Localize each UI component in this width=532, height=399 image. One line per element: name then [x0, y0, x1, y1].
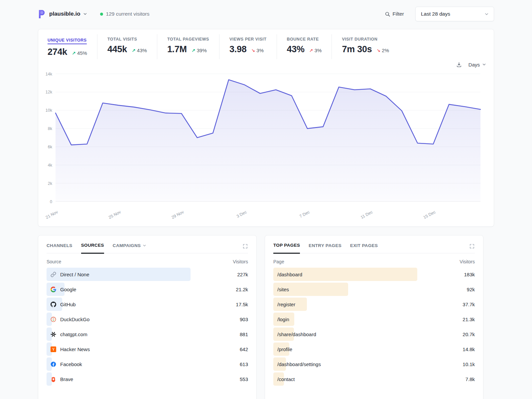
pages-visitors-header: Visitors [460, 259, 475, 264]
trend-up-icon: ↗ [72, 51, 76, 56]
sources-tab-channels[interactable]: CHANNELS [47, 243, 72, 253]
row-visitors: 37.7k [463, 302, 475, 307]
stat-value: 7m 30s [342, 44, 372, 55]
page-row-share-dashboard[interactable]: /share/dashboard20.7k [273, 328, 475, 341]
stat-change: ↘ 3% [251, 48, 264, 53]
stat-label: TOTAL PAGEVIEWS [167, 37, 209, 42]
svg-text:11 Dec: 11 Dec [360, 209, 373, 220]
site-name[interactable]: plausible.io [49, 11, 80, 17]
pages-tab-top-pages[interactable]: TOP PAGES [273, 243, 300, 254]
expand-icon[interactable] [469, 243, 475, 249]
stat-change: ↗ 45% [72, 50, 87, 56]
sources-card: CHANNELSSOURCESCAMPAIGNS Source Visitors… [38, 235, 257, 399]
pages-card: TOP PAGESENTRY PAGESEXIT PAGES Page Visi… [265, 235, 483, 399]
download-icon[interactable] [456, 62, 462, 67]
sources-col-header: Source [47, 259, 61, 264]
page-row-register[interactable]: /register37.7k [273, 298, 475, 311]
stat-change: ↗ 3% [309, 48, 322, 53]
source-row-facebook[interactable]: Facebook613 [47, 357, 248, 371]
sources-rows: Direct / None227kGoogle21.2kGitHub17.5kD… [47, 268, 248, 386]
row-label: Facebook [60, 361, 82, 367]
svg-text:12k: 12k [46, 90, 53, 94]
current-visitors-link[interactable]: 129 current visitors [100, 11, 150, 17]
row-label: GitHub [60, 302, 76, 307]
stat-unique-visitors[interactable]: UNIQUE VISITORS274k↗ 45% [48, 34, 97, 59]
row-visitors: 553 [240, 376, 248, 382]
page-row-sites[interactable]: /sites92k [273, 283, 475, 296]
stat-bounce-rate[interactable]: BOUNCE RATE43%↗ 3% [287, 34, 332, 59]
page-row-dashboard[interactable]: /dashboard183k [273, 268, 475, 281]
svg-text:15 Dec: 15 Dec [423, 209, 437, 220]
hackernews-icon [51, 346, 56, 352]
row-label: /dashboard/settings [277, 361, 321, 367]
sources-tab-campaigns[interactable]: CAMPAIGNS [113, 243, 147, 253]
visitors-chart[interactable]: 02k4k6k8k10k12k14k21 Nov25 Nov29 Nov3 De… [38, 69, 483, 225]
row-visitors: 881 [240, 332, 248, 337]
svg-text:14k: 14k [46, 72, 53, 76]
stat-total-pageviews[interactable]: TOTAL PAGEVIEWS1.7M↗ 39% [167, 34, 219, 59]
source-row-hacker-news[interactable]: Hacker News642 [47, 342, 248, 356]
filter-button[interactable]: Filter [385, 11, 404, 17]
stat-value: 43% [287, 44, 305, 55]
sources-tab-sources[interactable]: SOURCES [81, 243, 104, 254]
live-dot-icon [100, 13, 103, 16]
row-visitors: 10.1k [463, 361, 475, 367]
sources-visitors-header: Visitors [233, 259, 248, 264]
interval-label: Days [468, 62, 480, 67]
trend-up-icon: ↗ [132, 48, 136, 53]
row-visitors: 613 [240, 361, 248, 367]
row-label: /sites [277, 287, 289, 292]
stat-views-per-visit[interactable]: VIEWS PER VISIT3.98↘ 3% [229, 34, 277, 59]
source-row-duckduckgo[interactable]: DuckDuckGo903 [47, 313, 248, 326]
topbar: plausible.io 129 current visitors Filter… [38, 6, 494, 22]
svg-text:6k: 6k [48, 145, 53, 149]
stat-value: 274k [48, 47, 67, 57]
stat-value: 445k [107, 44, 127, 55]
date-range-picker[interactable]: Last 28 days [415, 7, 494, 21]
source-row-chatgpt-com[interactable]: chatgpt.com881 [47, 328, 248, 341]
row-label: /register [277, 302, 295, 307]
page-row-contact[interactable]: /contact7.8k [273, 372, 475, 386]
svg-text:7 Dec: 7 Dec [299, 209, 310, 219]
date-range-value: Last 28 days [421, 11, 450, 17]
page-row-profile[interactable]: /profile14.8k [273, 342, 475, 356]
pages-tab-exit-pages[interactable]: EXIT PAGES [350, 243, 378, 253]
svg-text:10k: 10k [46, 108, 53, 113]
row-visitors: 14.8k [463, 346, 475, 352]
row-visitors: 7.8k [466, 376, 475, 382]
row-visitors: 21.2k [236, 287, 248, 292]
row-label: /share/dashboard [277, 332, 316, 337]
row-label: DuckDuckGo [60, 317, 89, 322]
source-row-brave[interactable]: Brave553 [47, 372, 248, 386]
site-switcher-chevron-icon[interactable] [83, 12, 87, 16]
row-label: Google [60, 287, 76, 292]
row-label: /profile [277, 346, 292, 352]
page-row-login[interactable]: /login21.3k [273, 313, 475, 326]
pages-tab-entry-pages[interactable]: ENTRY PAGES [309, 243, 341, 253]
trend-up-icon: ↗ [309, 48, 313, 53]
plausible-logo-icon [38, 10, 46, 19]
stat-change: ↘ 2% [376, 48, 389, 53]
stat-total-visits[interactable]: TOTAL VISITS445k↗ 43% [107, 34, 157, 59]
expand-icon[interactable] [242, 243, 248, 249]
current-visitors-label: 129 current visitors [106, 11, 150, 17]
filter-label: Filter [393, 11, 404, 17]
chatgpt-icon [51, 332, 56, 337]
row-visitors: 642 [240, 346, 248, 352]
stat-visit-duration[interactable]: VISIT DURATION7m 30s↘ 2% [342, 34, 399, 59]
page-row-dashboard-settings[interactable]: /dashboard/settings10.1k [273, 357, 475, 371]
stat-label: BOUNCE RATE [287, 37, 322, 42]
source-row-github[interactable]: GitHub17.5k [47, 298, 248, 311]
sources-tabs: CHANNELSSOURCESCAMPAIGNS [47, 243, 147, 253]
github-icon [51, 302, 56, 307]
chevron-down-icon [482, 62, 486, 67]
interval-dropdown[interactable]: Days [468, 62, 486, 67]
svg-text:3 Dec: 3 Dec [236, 209, 247, 219]
svg-text:8k: 8k [48, 126, 53, 131]
row-visitors: 20.7k [463, 332, 475, 337]
source-row-google[interactable]: Google21.2k [47, 283, 248, 296]
source-row-direct-none[interactable]: Direct / None227k [47, 268, 248, 281]
row-visitors: 21.3k [463, 317, 475, 322]
svg-text:2k: 2k [48, 181, 53, 186]
svg-text:21 Nov: 21 Nov [45, 209, 59, 220]
